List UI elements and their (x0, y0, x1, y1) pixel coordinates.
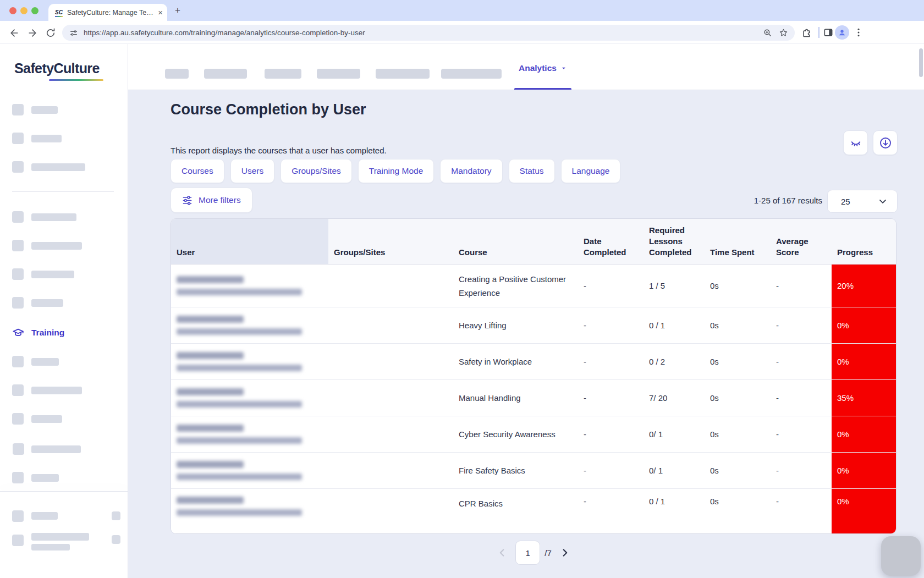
table-cell-groups (328, 379, 453, 416)
table-cell-score: - (771, 307, 832, 343)
back-icon[interactable] (9, 27, 20, 38)
main-area: Analytics Course Completion by User This… (128, 44, 924, 578)
blurred-name (177, 316, 244, 323)
blurred-name (177, 388, 244, 395)
skeleton-icon (12, 133, 24, 144)
tab-close-icon[interactable]: × (158, 8, 163, 16)
filter-courses[interactable]: Courses (170, 159, 224, 183)
table-cell-user-blurred (171, 307, 328, 343)
skeleton-label (31, 213, 76, 221)
window-close-button[interactable] (9, 7, 16, 14)
column-header-groups-sites[interactable]: Groups/Sites (328, 219, 453, 265)
sidebar-divider (12, 191, 114, 192)
page-size-select[interactable]: 25 (827, 190, 898, 213)
filter-training-mode[interactable]: Training Mode (358, 159, 435, 183)
skeleton-action (112, 511, 120, 520)
chevron-right-icon[interactable] (559, 547, 571, 559)
skeleton-icon (12, 472, 24, 483)
browser-tab[interactable]: SC SafetyCulture: Manage Teams and... × (48, 4, 167, 21)
floating-widget-button[interactable] (881, 536, 921, 576)
table-cell-score: - (771, 265, 832, 307)
table-cell-score: - (771, 416, 832, 452)
blurred-email (177, 509, 302, 516)
table-cell-lessons: 0 / 2 (644, 343, 705, 379)
chevron-left-icon[interactable] (496, 547, 508, 559)
new-tab-icon[interactable]: + (173, 5, 183, 15)
blurred-name (177, 497, 244, 504)
page-description: This report displays the courses that a … (170, 146, 387, 155)
table-cell-score: - (771, 343, 832, 379)
safetyculture-logo: SafetyCulture (14, 60, 100, 76)
table-cell-progress: 35% (832, 379, 896, 416)
side-panel-icon[interactable] (823, 27, 834, 38)
site-info-icon[interactable] (69, 29, 78, 37)
filter-language[interactable]: Language (561, 159, 621, 183)
table-cell-time: 0s (705, 488, 771, 533)
toolbar-divider (818, 27, 820, 38)
table-cell-date: - (578, 307, 644, 343)
table-cell-time: 0s (705, 265, 771, 307)
sidebar-bottom-divider (0, 491, 128, 492)
table-cell-user-blurred (171, 265, 328, 307)
filter-groups-sites[interactable]: Groups/Sites (280, 159, 352, 183)
hide-columns-button[interactable] (843, 130, 868, 155)
table-cell-date: - (578, 343, 644, 379)
window-maximize-button[interactable] (31, 7, 38, 14)
menu-kebab-icon[interactable] (853, 27, 864, 38)
column-header-average-score[interactable]: Average Score (771, 219, 832, 265)
sidebar-item-label: Training (31, 328, 64, 338)
filter-chip-row: Courses Users Groups/Sites Training Mode… (170, 159, 620, 183)
top-tab-bar: Analytics (128, 44, 924, 90)
more-filters-label: More filters (199, 195, 241, 205)
column-header-time-spent[interactable]: Time Spent (705, 219, 771, 265)
download-report-button[interactable] (873, 130, 898, 155)
zoom-icon[interactable] (763, 28, 772, 37)
url-text: https://app.au.safetyculture.com/trainin… (84, 29, 756, 37)
table-cell-time: 0s (705, 379, 771, 416)
sidebar: SafetyCulture Training (0, 44, 128, 578)
results-summary: 1-25 of 167 results (754, 188, 822, 213)
skeleton-icon (12, 384, 24, 396)
column-header-user[interactable]: User (171, 219, 328, 265)
sidebar-item-training[interactable]: Training (12, 327, 64, 339)
window-minimize-button[interactable] (20, 7, 28, 14)
blurred-email (177, 474, 302, 480)
safetyculture-favicon: SC (55, 10, 63, 15)
column-header-progress[interactable]: Progress (832, 219, 896, 265)
forward-icon[interactable] (27, 27, 38, 38)
skeleton-icon (12, 356, 24, 367)
blurred-email (177, 437, 302, 444)
filter-users[interactable]: Users (230, 159, 274, 183)
profile-avatar-icon[interactable] (835, 25, 849, 40)
table-cell-groups (328, 452, 453, 488)
table-cell-groups (328, 265, 453, 307)
url-bar[interactable]: https://app.au.safetyculture.com/trainin… (62, 25, 795, 41)
extensions-icon[interactable] (801, 27, 812, 38)
reload-icon[interactable] (45, 27, 56, 38)
table-cell-progress: 0% (832, 488, 896, 533)
column-header-date-completed[interactable]: Date Completed (578, 219, 644, 265)
blurred-email (177, 328, 302, 335)
skeleton-tab (317, 69, 360, 79)
filter-status[interactable]: Status (509, 159, 555, 183)
bookmark-star-icon[interactable] (779, 28, 788, 37)
skeleton-icon (12, 413, 24, 425)
table-cell-score: - (771, 488, 832, 533)
more-filters-button[interactable]: More filters (170, 188, 252, 213)
skeleton-tab (204, 69, 247, 79)
logo-safety: Safety (14, 60, 53, 76)
table-cell-score: - (771, 379, 832, 416)
column-header-required-lessons[interactable]: Required Lessons Completed (644, 219, 705, 265)
skeleton-icon (12, 161, 24, 173)
table-cell-lessons: 0 / 1 (644, 488, 705, 533)
tab-analytics[interactable]: Analytics (519, 63, 567, 73)
filter-mandatory[interactable]: Mandatory (440, 159, 502, 183)
skeleton-icon (13, 443, 24, 455)
current-page-box[interactable]: 1 (515, 541, 540, 565)
skeleton-label (31, 242, 82, 250)
skeleton-label (31, 387, 82, 394)
table-cell-date: - (578, 265, 644, 307)
blurred-email (177, 289, 302, 295)
column-header-course[interactable]: Course (453, 219, 578, 265)
page-scrollbar-thumb[interactable] (919, 48, 923, 77)
